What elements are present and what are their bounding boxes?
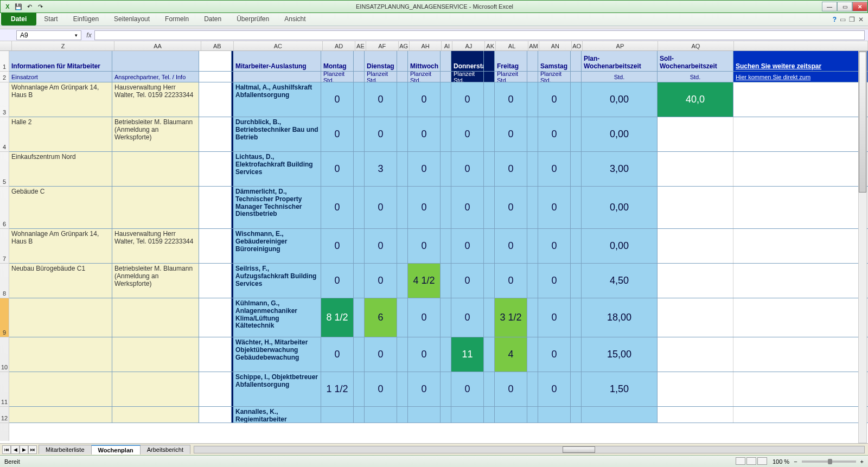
cell-hours[interactable]: 0 <box>451 117 484 151</box>
cell[interactable] <box>397 229 408 263</box>
cell-einsatzort[interactable] <box>9 407 112 423</box>
cell-hours[interactable]: 0 <box>495 229 527 263</box>
cell[interactable] <box>397 264 408 298</box>
cell-hours[interactable] <box>538 407 571 423</box>
cell[interactable] <box>441 298 451 337</box>
cell[interactable] <box>733 187 868 228</box>
cell[interactable] <box>397 152 408 186</box>
tab-review[interactable]: Überprüfen <box>229 13 277 25</box>
cell[interactable] <box>571 298 582 337</box>
cell[interactable] <box>441 337 451 372</box>
cell-einsatzort[interactable]: Wohnanlage Am Grünpark 14, Haus B <box>9 229 112 263</box>
cells-area[interactable]: Informationen für Mitarbeiter Mitarbeite… <box>9 51 868 441</box>
cell-hours[interactable]: 0 <box>321 82 354 117</box>
cell-hours[interactable]: 3 1/2 <box>495 298 527 337</box>
cell[interactable] <box>527 298 538 337</box>
col-header[interactable]: AQ <box>658 41 734 50</box>
cell[interactable] <box>397 407 408 423</box>
cell[interactable] <box>733 229 868 263</box>
cell[interactable] <box>354 117 365 151</box>
cell-soll[interactable]: 40,0 <box>658 82 733 117</box>
cell-hours[interactable]: 1 1/2 <box>321 372 354 406</box>
cell[interactable] <box>397 372 408 406</box>
cell[interactable] <box>571 372 582 406</box>
cell[interactable] <box>354 152 365 186</box>
cell-hours[interactable]: 0 <box>538 152 571 186</box>
horizontal-scrollbar[interactable] <box>194 446 865 453</box>
cell[interactable] <box>527 372 538 406</box>
col-header[interactable]: AG <box>399 41 410 50</box>
cell-hours[interactable]: 0 <box>495 372 527 406</box>
vertical-scrollbar[interactable] <box>858 51 867 443</box>
cell[interactable] <box>658 117 733 151</box>
cell-ansprech[interactable] <box>112 187 199 228</box>
cell-einsatzort[interactable]: Neubau Bürogebäude C1 <box>9 264 112 298</box>
cell[interactable] <box>354 407 365 423</box>
cell-hours[interactable] <box>408 407 441 423</box>
cell-einsatzort[interactable]: Halle 2 <box>9 117 112 151</box>
cell[interactable] <box>571 117 582 151</box>
cell-hours[interactable]: 0 <box>408 372 441 406</box>
cell[interactable] <box>199 82 232 117</box>
cell-hours[interactable]: 4 1/2 <box>408 264 441 298</box>
cell[interactable] <box>441 152 451 186</box>
undo-icon[interactable]: ↶ <box>24 2 34 11</box>
cell[interactable] <box>397 82 408 117</box>
cell-hours[interactable]: 8 1/2 <box>321 298 354 337</box>
zoom-level[interactable]: 100 % <box>773 458 789 465</box>
cell-hours[interactable]: 0 <box>321 337 354 372</box>
cell[interactable] <box>199 229 232 263</box>
cell-plan[interactable]: 4,50 <box>582 264 658 298</box>
cell-hours[interactable]: 0 <box>365 264 397 298</box>
cell[interactable] <box>397 117 408 151</box>
file-tab[interactable]: Datei <box>1 13 36 25</box>
cell[interactable] <box>733 152 868 186</box>
cell[interactable] <box>571 337 582 372</box>
cell[interactable] <box>658 407 733 423</box>
cell[interactable] <box>354 264 365 298</box>
col-header[interactable]: AL <box>496 41 528 50</box>
cell[interactable] <box>397 298 408 337</box>
cell-einsatzort[interactable]: Gebäude C <box>9 187 112 228</box>
cell-hours[interactable]: 0 <box>321 117 354 151</box>
cell-hours[interactable]: 0 <box>495 264 527 298</box>
cell[interactable] <box>571 264 582 298</box>
cell-hours[interactable]: 3 <box>365 152 397 186</box>
cell-hours[interactable]: 0 <box>451 372 484 406</box>
cell[interactable] <box>441 372 451 406</box>
close-workbook-icon[interactable]: ✕ <box>858 16 864 23</box>
cell-hours[interactable]: 6 <box>365 298 397 337</box>
cell[interactable] <box>199 152 232 186</box>
sheet-tab[interactable]: Mitarbeiterliste <box>39 445 92 454</box>
cell-hours[interactable]: 0 <box>495 152 527 186</box>
cell-hours[interactable]: 0 <box>408 337 441 372</box>
cell[interactable] <box>484 117 495 151</box>
scrollbar-thumb[interactable] <box>859 52 866 193</box>
sheet-tab-active[interactable]: Wochenplan <box>91 445 141 455</box>
cell-hours[interactable]: 0 <box>365 82 397 117</box>
cell[interactable] <box>484 229 495 263</box>
cell[interactable] <box>354 82 365 117</box>
cell-hours[interactable]: 0 <box>538 229 571 263</box>
col-header[interactable]: AP <box>583 41 659 50</box>
cell[interactable] <box>571 229 582 263</box>
cell[interactable] <box>484 82 495 117</box>
hdr-link[interactable]: Suchen Sie weitere zeitspar <box>733 51 868 71</box>
col-header[interactable]: AO <box>572 41 583 50</box>
view-buttons[interactable] <box>736 457 768 466</box>
close-button[interactable]: ✕ <box>852 2 867 11</box>
cell-employee[interactable]: Wischmann, E., Gebäudereiniger Büroreini… <box>232 229 321 263</box>
col-header[interactable]: AE <box>355 41 366 50</box>
cell-employee[interactable]: Dämmerlicht, D., Technischer Property Ma… <box>232 187 321 228</box>
cell-hours[interactable]: 0 <box>408 152 441 186</box>
cell-plan[interactable]: 0,00 <box>582 82 658 117</box>
hdr-link2[interactable]: Hier kommen Sie direkt zum <box>733 72 868 82</box>
cell-ansprech[interactable]: Hausverwaltung Herr Walter, Tel. 0159 22… <box>112 229 199 263</box>
cell[interactable] <box>527 117 538 151</box>
cell[interactable] <box>658 372 733 406</box>
tab-formulas[interactable]: Formeln <box>157 13 196 25</box>
sheet-nav-last-icon[interactable]: ⏭ <box>28 445 37 454</box>
cell-hours[interactable]: 0 <box>495 187 527 228</box>
cell-plan[interactable]: 15,00 <box>582 337 658 372</box>
cell-hours[interactable]: 0 <box>408 187 441 228</box>
